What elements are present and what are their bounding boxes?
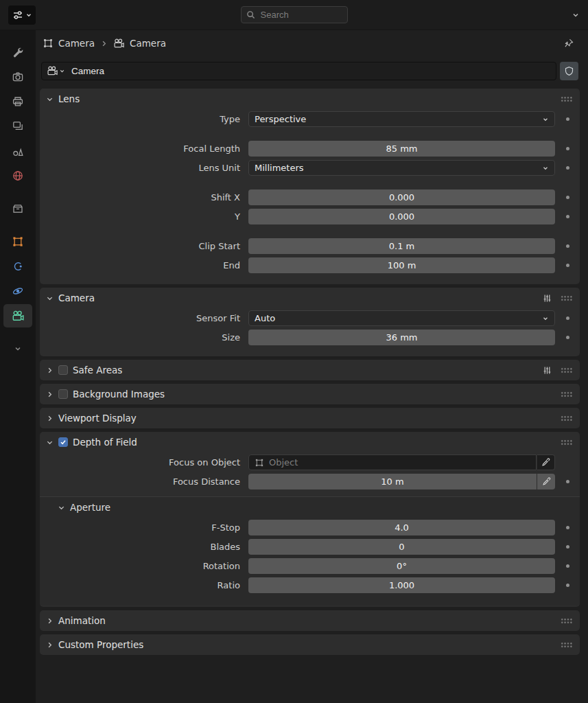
property-row: F-Stop 4.0	[40, 520, 580, 535]
sensor-size-slider[interactable]: 36 mm	[248, 330, 555, 345]
lens-unit-dropdown[interactable]: Millimeters	[248, 160, 555, 176]
panel-background-images-header[interactable]: Background Images	[40, 384, 580, 404]
keyframe-decorator[interactable]	[566, 264, 569, 267]
tab-tool[interactable]	[3, 41, 32, 64]
panel-camera-header[interactable]: Camera	[40, 288, 580, 308]
search-box[interactable]	[241, 6, 348, 23]
panel-title: Viewport Display	[58, 413, 137, 424]
tab-constraints[interactable]	[3, 255, 32, 278]
panel-custom-properties-header[interactable]: Custom Properties	[40, 634, 580, 655]
panel-title: Lens	[58, 93, 80, 104]
datablock-name-input[interactable]	[67, 66, 556, 76]
tab-scene[interactable]	[3, 139, 32, 163]
keyframe-decorator[interactable]	[566, 584, 569, 587]
panel-drag-grip[interactable]	[561, 391, 572, 397]
subpanel-aperture-header[interactable]: Aperture	[40, 497, 580, 518]
breadcrumb-object[interactable]: Camera	[43, 38, 95, 49]
panel-viewport-display-header[interactable]: Viewport Display	[40, 408, 580, 428]
tab-physics[interactable]	[3, 279, 32, 303]
keyframe-decorator[interactable]	[566, 545, 569, 549]
tab-world[interactable]	[3, 164, 32, 187]
clip-end-slider[interactable]: 100 m	[248, 257, 555, 273]
panel-drag-grip[interactable]	[561, 642, 572, 648]
physics-orbit-icon	[12, 285, 24, 297]
tab-output[interactable]	[3, 90, 32, 113]
keyframe-decorator[interactable]	[566, 244, 569, 248]
focal-length-slider[interactable]: 85 mm	[248, 141, 555, 157]
breadcrumb-data[interactable]: Camera	[113, 38, 166, 49]
depth-of-field-checkbox[interactable]	[58, 437, 68, 447]
rotation-slider[interactable]: 0°	[248, 558, 555, 574]
panel-drag-grip[interactable]	[561, 618, 572, 624]
keyframe-decorator[interactable]	[566, 117, 569, 121]
keyframe-decorator[interactable]	[566, 166, 569, 170]
keyframe-decorator[interactable]	[566, 336, 569, 339]
panel-safe-areas-header[interactable]: Safe Areas	[40, 360, 580, 380]
property-label: Blades	[45, 542, 248, 552]
focus-distance-slider[interactable]: 10 m	[248, 474, 537, 489]
camera-data-icon	[113, 38, 125, 49]
panel-animation-header[interactable]: Animation	[40, 610, 580, 631]
keyframe-decorator[interactable]	[566, 526, 569, 529]
keyframe-decorator[interactable]	[566, 316, 569, 320]
subpanel-aperture-body: F-Stop 4.0 Blades 0 Ro	[40, 518, 580, 604]
chevron-down-icon	[46, 439, 54, 446]
panel-title: Custom Properties	[58, 639, 143, 650]
keyframe-decorator[interactable]	[566, 480, 569, 483]
editor-type-button[interactable]	[8, 5, 36, 25]
eyedropper-icon[interactable]	[537, 474, 555, 489]
focus-object-field[interactable]: Object	[248, 454, 537, 470]
panels-list: Lens Type Perspective	[40, 89, 580, 703]
panel-title: Background Images	[73, 389, 165, 400]
panel-drag-grip[interactable]	[561, 96, 572, 102]
datablock-name-field	[41, 62, 556, 80]
tab-object[interactable]	[3, 230, 32, 253]
blades-slider[interactable]: 0	[248, 539, 555, 555]
tab-render[interactable]	[3, 65, 32, 89]
eyedropper-icon[interactable]	[537, 454, 555, 470]
keyframe-decorator[interactable]	[566, 196, 569, 199]
property-label: Type	[45, 114, 248, 124]
chevron-down-icon	[542, 165, 549, 172]
chevron-down-icon	[58, 504, 65, 511]
sidebar-overflow-chevron[interactable]	[3, 337, 32, 360]
tab-collection[interactable]	[3, 197, 32, 220]
tab-object-data[interactable]	[3, 304, 32, 327]
search-input[interactable]	[259, 9, 342, 21]
editor-header	[0, 0, 588, 30]
panel-drag-grip[interactable]	[561, 367, 572, 373]
property-row: Blades 0	[40, 539, 580, 555]
panel-title: Depth of Field	[73, 437, 137, 448]
presets-icon[interactable]	[542, 293, 552, 303]
world-globe-icon	[12, 170, 24, 182]
sensor-fit-dropdown[interactable]: Auto	[248, 310, 555, 326]
dropdown-value: Perspective	[255, 114, 306, 124]
panel-drag-grip[interactable]	[561, 295, 572, 301]
keyframe-decorator[interactable]	[566, 147, 569, 150]
keyframe-decorator[interactable]	[566, 215, 569, 218]
chevron-right-icon	[46, 641, 54, 649]
panel-depth-of-field-header[interactable]: Depth of Field	[40, 432, 580, 452]
clip-start-slider[interactable]: 0.1 m	[248, 238, 555, 254]
header-menu-chevron[interactable]	[572, 11, 580, 19]
subpanel-aperture: Aperture F-Stop 4.0 Blades 0	[40, 496, 580, 606]
panel-lens-header[interactable]: Lens	[40, 89, 580, 109]
safe-areas-checkbox[interactable]	[58, 365, 68, 375]
keyframe-decorator[interactable]	[566, 564, 569, 568]
shift-x-slider[interactable]: 0.000	[248, 189, 555, 205]
pin-icon[interactable]	[563, 38, 577, 49]
dropdown-value: Auto	[255, 313, 275, 323]
datablock-menu-button[interactable]	[42, 65, 67, 77]
presets-icon[interactable]	[542, 365, 552, 376]
shift-y-slider[interactable]: 0.000	[248, 209, 555, 224]
ratio-slider[interactable]: 1.000	[248, 577, 555, 593]
panel-drag-grip[interactable]	[561, 439, 572, 446]
panel-drag-grip[interactable]	[561, 415, 572, 422]
property-label: Sensor Fit	[45, 313, 248, 323]
fstop-slider[interactable]: 4.0	[248, 520, 555, 535]
scene-icon	[12, 145, 24, 157]
fake-user-toggle[interactable]	[560, 62, 578, 80]
lens-type-dropdown[interactable]: Perspective	[248, 111, 555, 127]
tab-view-layer[interactable]	[3, 115, 32, 138]
background-images-checkbox[interactable]	[58, 389, 68, 399]
